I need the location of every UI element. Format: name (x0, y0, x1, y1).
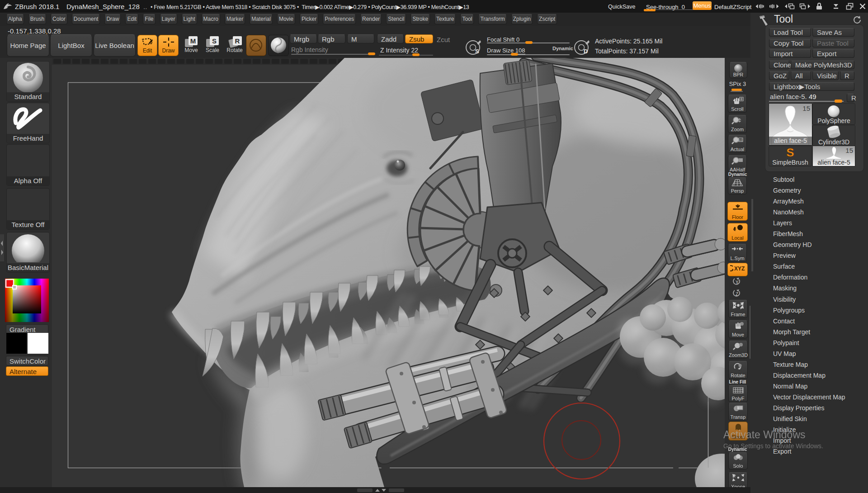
svg-text:Z: Z (736, 292, 738, 297)
svg-text:D: D (584, 48, 588, 55)
svg-text:XYZ: XYZ (734, 265, 745, 272)
svg-text:x1: x1 (739, 138, 743, 142)
svg-text:M: M (190, 37, 196, 45)
svg-text:S: S (786, 146, 794, 159)
svg-text:Y: Y (736, 280, 739, 285)
svg-text:R: R (235, 37, 240, 45)
svg-text:S: S (475, 48, 479, 55)
svg-text:✎: ✎ (733, 228, 736, 232)
svg-text:S: S (212, 37, 217, 45)
